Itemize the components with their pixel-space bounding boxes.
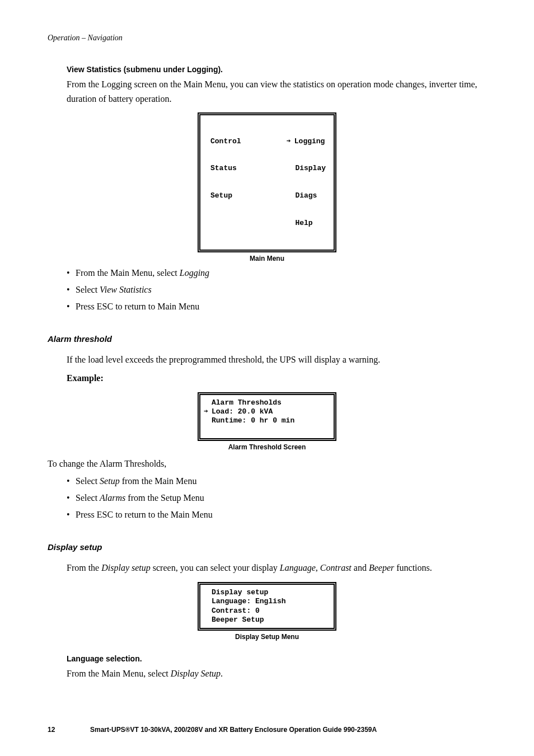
footer-title: Smart-UPS®VT 10-30kVA, 200/208V and XR B… [90,726,486,734]
menu-item-selected: ➔Logging [287,137,326,146]
screen-line: Display setup [204,588,330,597]
screen-line [204,426,330,435]
display-setup-caption: Display Setup Menu [198,633,336,641]
page-footer: 12 Smart-UPS®VT 10-30kVA, 200/208V and X… [48,726,486,734]
main-menu-caption: Main Menu [198,255,336,262]
arrow-right-icon: ➔ [287,137,294,146]
alarm-heading: Alarm threshold [48,334,486,344]
menu-item: Help [287,219,326,228]
view-stats-intro: From the Logging screen on the Main Menu… [67,77,486,106]
display-setup-heading: Display setup [48,542,486,552]
screen-line: Beeper Setup [204,616,330,624]
language-selection-text: From the Main Menu, select Display Setup… [67,666,486,681]
example-label: Example: [67,371,486,386]
screen-line: Alarm Thresholds [204,398,330,407]
list-item: From the Main Menu, select Logging [67,268,486,278]
language-selection-heading: Language selection. [67,654,486,663]
page-number: 12 [48,726,90,734]
alarm-steps: Select Setup from the Main Menu Select A… [67,476,486,520]
menu-item: Setup [210,191,245,200]
main-menu-screen: Control Status Setup ➔Logging Display Di… [198,112,336,252]
menu-item: Control [210,137,245,146]
list-item: Select View Statistics [67,285,486,295]
alarm-intro: If the load level exceeds the preprogram… [67,353,486,367]
alarm-after-text: To change the Alarm Thresholds, [48,457,486,471]
list-item: Select Alarms from the Setup Menu [67,493,486,503]
alarm-threshold-screen: Alarm Thresholds ➔Load: 20.0 kVA Runtime… [198,392,336,441]
view-stats-heading: View Statistics (submenu under Logging). [67,65,486,74]
list-item: Press ESC to return to the Main Menu [67,510,486,520]
menu-item: Status [210,164,245,173]
screen-line: Runtime: 0 hr 0 min [204,416,330,425]
menu-item: Diags [287,191,326,200]
screen-line-selected: ➔Load: 20.0 kVA [204,407,330,416]
display-setup-intro: From the Display setup screen, you can s… [67,561,486,575]
list-item: Select Setup from the Main Menu [67,476,486,486]
screen-line: Contrast: 0 [204,607,330,616]
screen-line: Language: English [204,597,330,606]
view-stats-steps: From the Main Menu, select Logging Selec… [67,268,486,312]
arrow-right-icon: ➔ [204,407,212,416]
display-setup-screen: Display setup Language: English Contrast… [198,582,336,631]
menu-item: Display [287,164,326,173]
list-item: Press ESC to return to Main Menu [67,302,486,312]
alarm-screen-caption: Alarm Threshold Screen [198,443,336,451]
breadcrumb: Operation – Navigation [48,34,486,43]
